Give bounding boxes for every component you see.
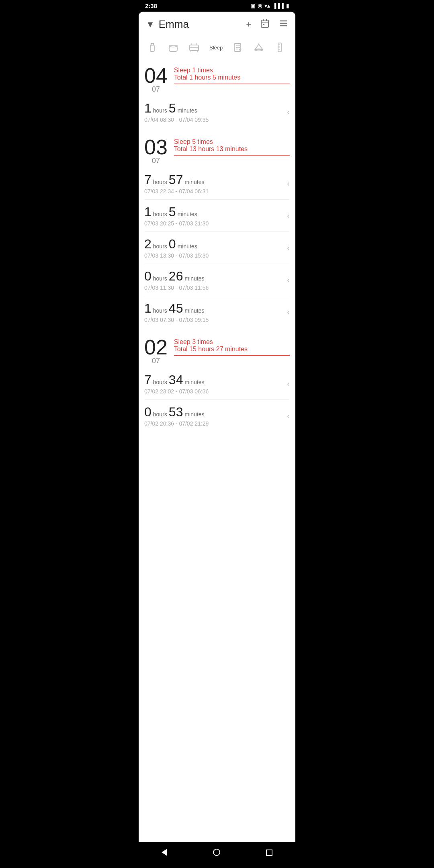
sleep-entry[interactable]: 0 hours 53 minutes 07/02 20:36 - 07/02 2… — [144, 400, 290, 432]
day-number: 04 — [144, 65, 168, 86]
hours-value: 7 — [144, 373, 151, 387]
profile-name: Emma — [159, 18, 242, 31]
sleep-entry[interactable]: 7 hours 57 minutes 07/03 22:34 - 07/04 0… — [144, 168, 290, 200]
sleep-entry[interactable]: 0 hours 26 minutes 07/03 11:30 - 07/03 1… — [144, 264, 290, 296]
category-sleep[interactable]: Sleep — [205, 42, 227, 53]
chevron-icon: ‹ — [284, 107, 290, 117]
home-button[interactable] — [205, 847, 228, 860]
red-divider — [174, 155, 290, 156]
duration-line: 0 hours 53 minutes — [144, 405, 284, 420]
wifi-icon: ▾▴ — [264, 3, 270, 9]
calendar-button[interactable] — [260, 18, 270, 31]
mins-value: 53 — [169, 405, 183, 420]
day-number-block: 02 07 — [144, 337, 168, 365]
day-section-02: 02 07 Sleep 3 times Total 15 hours 27 mi… — [144, 331, 290, 432]
chevron-icon: ‹ — [284, 211, 290, 220]
sleep-entry[interactable]: 7 hours 34 minutes 07/02 23:02 - 07/03 0… — [144, 368, 290, 400]
sleep-duration: 0 hours 26 minutes 07/03 11:30 - 07/03 1… — [144, 269, 284, 291]
mins-label: minutes — [184, 275, 204, 282]
hours-label: hours — [153, 243, 167, 250]
sleep-duration: 0 hours 53 minutes 07/02 20:36 - 07/02 2… — [144, 405, 284, 427]
category-diaper[interactable] — [164, 39, 183, 55]
header: ▼ Emma + — [139, 12, 295, 37]
svg-rect-20 — [278, 43, 281, 52]
sleep-entry[interactable]: 1 hours 5 minutes 07/03 20:25 - 07/03 21… — [144, 200, 290, 232]
mins-value: 5 — [169, 101, 176, 116]
hours-label: hours — [153, 179, 167, 185]
status-time: 2:38 — [145, 2, 157, 9]
target-icon: ◎ — [258, 3, 262, 9]
day-summary: Sleep 1 times Total 1 hours 5 minutes — [174, 65, 290, 84]
day-number: 03 — [144, 137, 168, 158]
sleep-label: Sleep — [209, 45, 223, 51]
duration-line: 7 hours 34 minutes — [144, 373, 284, 387]
sim-icon: ▣ — [250, 3, 255, 9]
hours-value: 1 — [144, 301, 151, 316]
summary-total: Total 15 hours 27 minutes — [174, 346, 290, 353]
day-month: 07 — [152, 157, 160, 165]
time-range: 07/02 20:36 - 07/02 21:29 — [144, 420, 284, 427]
chevron-icon: ‹ — [284, 307, 290, 317]
hours-label: hours — [153, 307, 167, 314]
time-range: 07/04 08:30 - 07/04 09:35 — [144, 117, 284, 123]
time-range: 07/02 23:02 - 07/03 06:36 — [144, 388, 284, 395]
day-number-block: 03 07 — [144, 137, 168, 165]
back-button[interactable] — [154, 847, 175, 860]
sleep-entry[interactable]: 1 hours 45 minutes 07/03 07:30 - 07/03 0… — [144, 296, 290, 328]
svg-rect-8 — [190, 45, 199, 51]
summary-times: Sleep 5 times — [174, 138, 290, 145]
header-icons: + — [246, 18, 288, 31]
summary-times: Sleep 1 times — [174, 67, 290, 74]
hours-value: 1 — [144, 101, 151, 116]
hours-label: hours — [153, 211, 167, 217]
day-header: 02 07 Sleep 3 times Total 15 hours 27 mi… — [144, 331, 290, 368]
bottom-nav — [139, 842, 295, 865]
hours-value: 2 — [144, 237, 151, 252]
summary-times: Sleep 3 times — [174, 338, 290, 346]
dropdown-button[interactable]: ▼ — [146, 19, 155, 30]
battery-icon: ▮ — [286, 3, 289, 9]
duration-line: 7 hours 57 minutes — [144, 172, 284, 187]
duration-line: 2 hours 0 minutes — [144, 237, 284, 252]
category-scale[interactable] — [249, 39, 268, 55]
mins-value: 45 — [169, 301, 183, 316]
mins-value: 34 — [169, 373, 183, 387]
mins-label: minutes — [184, 179, 204, 185]
hours-label: hours — [153, 411, 167, 418]
mins-label: minutes — [184, 379, 204, 385]
svg-rect-4 — [263, 24, 264, 25]
day-number: 02 — [144, 337, 168, 358]
sleep-duration: 7 hours 34 minutes 07/02 23:02 - 07/03 0… — [144, 373, 284, 395]
duration-line: 0 hours 26 minutes — [144, 269, 284, 284]
hours-label: hours — [153, 107, 167, 114]
menu-button[interactable] — [278, 18, 288, 31]
chevron-icon: ‹ — [284, 275, 290, 285]
hours-label: hours — [153, 379, 167, 385]
time-range: 07/03 11:30 - 07/03 11:56 — [144, 285, 284, 291]
sleep-duration: 2 hours 0 minutes 07/03 13:30 - 07/03 15… — [144, 237, 284, 259]
day-header: 04 07 Sleep 1 times Total 1 hours 5 minu… — [144, 59, 290, 96]
chevron-icon: ‹ — [284, 379, 290, 388]
category-crib[interactable] — [184, 39, 204, 55]
time-range: 07/03 20:25 - 07/03 21:30 — [144, 220, 284, 227]
sleep-duration: 7 hours 57 minutes 07/03 22:34 - 07/04 0… — [144, 172, 284, 194]
category-height[interactable] — [270, 39, 289, 55]
day-section-04: 04 07 Sleep 1 times Total 1 hours 5 minu… — [144, 59, 290, 128]
signal-icon: ▐▐▐ — [272, 3, 284, 9]
mins-value: 0 — [169, 237, 176, 252]
add-button[interactable]: + — [246, 19, 251, 30]
hours-value: 7 — [144, 172, 151, 187]
category-notes[interactable] — [228, 39, 248, 55]
day-header: 03 07 Sleep 5 times Total 13 hours 13 mi… — [144, 131, 290, 168]
duration-line: 1 hours 45 minutes — [144, 301, 284, 316]
day-month: 07 — [152, 85, 160, 94]
recent-button[interactable] — [258, 847, 280, 860]
day-section-03: 03 07 Sleep 5 times Total 13 hours 13 mi… — [144, 131, 290, 328]
main-content: 04 07 Sleep 1 times Total 1 hours 5 minu… — [139, 59, 295, 842]
category-bottle[interactable] — [143, 39, 162, 55]
duration-line: 1 hours 5 minutes — [144, 205, 284, 219]
sleep-entry[interactable]: 1 hours 5 minutes 07/04 08:30 - 07/04 09… — [144, 96, 290, 128]
category-nav: Sleep — [139, 37, 295, 59]
mins-label: minutes — [178, 243, 197, 250]
sleep-entry[interactable]: 2 hours 0 minutes 07/03 13:30 - 07/03 15… — [144, 232, 290, 264]
